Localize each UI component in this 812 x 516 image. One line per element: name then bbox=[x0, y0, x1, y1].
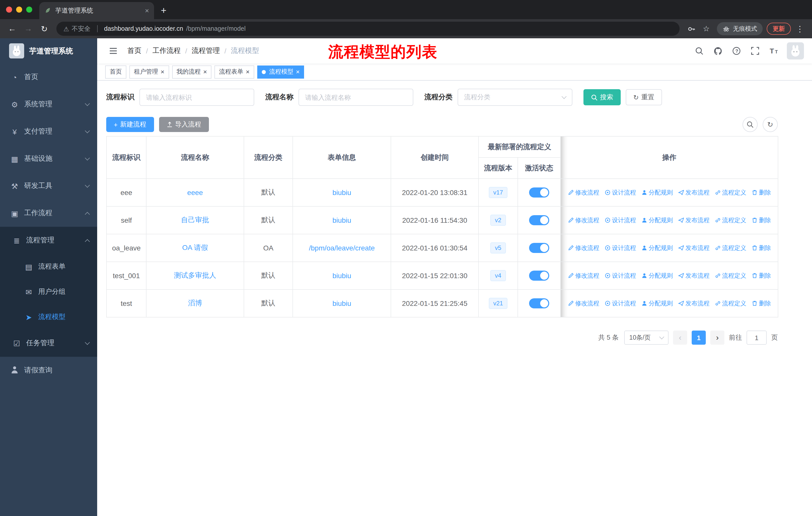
close-window-button[interactable] bbox=[6, 6, 12, 12]
edit-process-action[interactable]: 修改流程 bbox=[568, 271, 599, 280]
tag-process-form[interactable]: 流程表单 × bbox=[214, 65, 254, 78]
publish-process-action[interactable]: 发布流程 bbox=[678, 216, 709, 224]
tag-tenant[interactable]: 租户管理 × bbox=[129, 65, 169, 78]
goto-page-input[interactable] bbox=[747, 331, 767, 345]
publish-process-action[interactable]: 发布流程 bbox=[678, 271, 709, 280]
tag-close-icon[interactable]: × bbox=[203, 69, 207, 75]
process-name-link[interactable]: 测试多审批人 bbox=[174, 271, 216, 279]
design-process-action[interactable]: 设计流程 bbox=[604, 299, 636, 308]
bookmark-star-icon[interactable]: ☆ bbox=[700, 22, 713, 35]
breadcrumb-home[interactable]: 首页 bbox=[127, 46, 141, 55]
delete-process-action[interactable]: 删除 bbox=[751, 244, 771, 252]
active-toggle[interactable] bbox=[529, 215, 549, 225]
process-name-link[interactable]: eeee bbox=[187, 188, 203, 196]
tag-process-model[interactable]: 流程模型 × bbox=[257, 65, 304, 78]
process-definition-action[interactable]: 流程定义 bbox=[715, 188, 746, 197]
process-definition-action[interactable]: 流程定义 bbox=[715, 216, 746, 224]
tag-home[interactable]: 首页 bbox=[105, 65, 126, 78]
delete-process-action[interactable]: 删除 bbox=[751, 188, 771, 197]
page-size-select[interactable]: 10条/页 bbox=[624, 331, 669, 345]
font-size-icon[interactable]: TT bbox=[768, 45, 779, 56]
refresh-table-button[interactable]: ↻ bbox=[763, 117, 778, 132]
reload-button[interactable]: ↻ bbox=[37, 22, 51, 36]
edit-process-action[interactable]: 修改流程 bbox=[568, 299, 599, 308]
process-id-input[interactable] bbox=[140, 89, 254, 106]
process-definition-action[interactable]: 流程定义 bbox=[715, 299, 746, 308]
form-info-link[interactable]: biubiu bbox=[332, 216, 351, 224]
publish-process-action[interactable]: 发布流程 bbox=[678, 299, 709, 308]
assign-rule-action[interactable]: 分配规则 bbox=[641, 271, 673, 280]
process-name-link[interactable]: 滔博 bbox=[188, 299, 202, 307]
edit-process-action[interactable]: 修改流程 bbox=[568, 216, 599, 224]
tag-close-icon[interactable]: × bbox=[296, 69, 300, 75]
search-button[interactable]: 搜索 bbox=[583, 89, 621, 105]
tab-close-icon[interactable]: × bbox=[145, 6, 149, 15]
design-process-action[interactable]: 设计流程 bbox=[604, 216, 636, 224]
delete-process-action[interactable]: 删除 bbox=[751, 299, 771, 308]
delete-process-action[interactable]: 删除 bbox=[751, 216, 771, 224]
back-button[interactable]: ← bbox=[5, 22, 19, 36]
github-icon[interactable] bbox=[712, 45, 723, 56]
sidebar-item-process-form[interactable]: ▤ 流程表单 bbox=[0, 254, 97, 279]
tag-close-icon[interactable]: × bbox=[161, 69, 164, 75]
sidebar-item-user-group[interactable]: ✉ 用户分组 bbox=[0, 279, 97, 304]
edit-process-action[interactable]: 修改流程 bbox=[568, 244, 599, 252]
update-button[interactable]: 更新 bbox=[767, 23, 791, 35]
browser-tab[interactable]: 芋道管理系统 × bbox=[39, 2, 154, 19]
publish-process-action[interactable]: 发布流程 bbox=[678, 244, 709, 252]
assign-rule-action[interactable]: 分配规则 bbox=[641, 299, 673, 308]
process-name-input[interactable] bbox=[298, 89, 413, 106]
incognito-badge[interactable]: 无痕模式 bbox=[717, 22, 763, 35]
toggle-search-button[interactable] bbox=[743, 117, 758, 132]
next-page-button[interactable]: › bbox=[710, 331, 724, 345]
browser-menu-icon[interactable]: ⋮ bbox=[793, 24, 807, 33]
address-bar[interactable]: ⚠ 不安全 dashboard.yudao.iocoder.cn/bpm/man… bbox=[56, 22, 679, 36]
process-name-link[interactable]: OA 请假 bbox=[182, 243, 208, 251]
help-icon[interactable]: ? bbox=[731, 45, 742, 56]
process-definition-action[interactable]: 流程定义 bbox=[715, 244, 746, 252]
assign-rule-action[interactable]: 分配规则 bbox=[641, 188, 673, 197]
active-toggle[interactable] bbox=[529, 187, 549, 197]
form-info-link[interactable]: biubiu bbox=[332, 299, 351, 307]
form-info-link[interactable]: /bpm/oa/leave/create bbox=[309, 244, 375, 252]
sidebar-item-leave-query[interactable]: 请假查询 bbox=[0, 357, 97, 384]
form-info-link[interactable]: biubiu bbox=[332, 272, 351, 280]
password-key-icon[interactable] bbox=[685, 22, 698, 35]
active-toggle[interactable] bbox=[529, 298, 549, 308]
category-select[interactable]: 流程分类 bbox=[458, 89, 572, 106]
page-1-button[interactable]: 1 bbox=[692, 331, 706, 345]
active-toggle[interactable] bbox=[529, 271, 549, 281]
sidebar-item-task-management[interactable]: ☑ 任务管理 bbox=[0, 330, 97, 357]
active-toggle[interactable] bbox=[529, 243, 549, 253]
design-process-action[interactable]: 设计流程 bbox=[604, 188, 636, 197]
create-process-button[interactable]: + 新建流程 bbox=[106, 117, 154, 132]
security-label[interactable]: 不安全 bbox=[71, 24, 90, 33]
fullscreen-icon[interactable] bbox=[750, 45, 761, 56]
sidebar-item-process-model[interactable]: ➤ 流程模型 bbox=[0, 304, 97, 330]
zoom-window-button[interactable] bbox=[26, 6, 32, 12]
process-definition-action[interactable]: 流程定义 bbox=[715, 271, 746, 280]
breadcrumb-workflow[interactable]: 工作流程 bbox=[152, 46, 181, 55]
tag-close-icon[interactable]: × bbox=[246, 69, 250, 75]
sidebar-item-workflow[interactable]: ▣ 工作流程 bbox=[0, 199, 97, 227]
search-icon[interactable] bbox=[694, 45, 705, 56]
form-info-link[interactable]: biubiu bbox=[332, 188, 351, 196]
prev-page-button[interactable]: ‹ bbox=[673, 331, 687, 345]
delete-process-action[interactable]: 删除 bbox=[751, 271, 771, 280]
import-process-button[interactable]: 导入流程 bbox=[159, 117, 209, 132]
sidebar-item-home[interactable]: ◔ 首页 bbox=[0, 63, 97, 91]
edit-process-action[interactable]: 修改流程 bbox=[568, 188, 599, 197]
assign-rule-action[interactable]: 分配规则 bbox=[641, 216, 673, 224]
publish-process-action[interactable]: 发布流程 bbox=[678, 188, 709, 197]
sidebar-toggle-button[interactable] bbox=[105, 43, 121, 59]
sidebar-item-payment[interactable]: ¥ 支付管理 bbox=[0, 118, 97, 145]
sidebar-item-devtools[interactable]: ⚒ 研发工具 bbox=[0, 172, 97, 199]
reset-button[interactable]: ↻ 重置 bbox=[626, 89, 662, 105]
assign-rule-action[interactable]: 分配规则 bbox=[641, 244, 673, 252]
breadcrumb-process-management[interactable]: 流程管理 bbox=[192, 46, 220, 55]
sidebar-item-system[interactable]: ⚙ 系统管理 bbox=[0, 91, 97, 118]
minimize-window-button[interactable] bbox=[16, 6, 22, 12]
sidebar-item-infrastructure[interactable]: ▦ 基础设施 bbox=[0, 145, 97, 172]
tag-my-process[interactable]: 我的流程 × bbox=[172, 65, 211, 78]
design-process-action[interactable]: 设计流程 bbox=[604, 271, 636, 280]
